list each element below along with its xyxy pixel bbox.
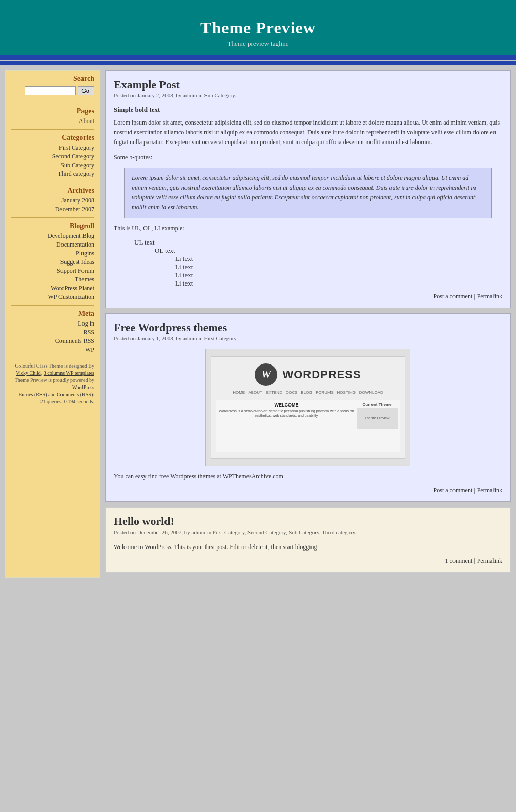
list-item: Development Blog — [11, 232, 94, 240]
list-item: RSS — [11, 329, 94, 336]
meta-link-login[interactable]: Log in — [78, 320, 94, 327]
divider-footer — [11, 358, 94, 358]
footer-link-comments-rss2[interactable]: Comments (RSS) — [57, 392, 93, 397]
archive-link-jan2008[interactable]: January 2008 — [61, 197, 94, 204]
wp-inner: W WORDPRESS HOME ABOUT EXTEND DOCS BLOG … — [211, 356, 405, 459]
main-content: Example Post Posted on January 2, 2008, … — [105, 70, 511, 578]
blogroll-link-wpcustom[interactable]: WP Customization — [48, 293, 94, 300]
post-title: Hello world! — [114, 515, 502, 528]
nav-bar — [0, 61, 516, 65]
post-permalink[interactable]: Permalink — [477, 486, 502, 494]
page-link-about[interactable]: About — [79, 117, 94, 125]
footer-link-3col[interactable]: 3 columns WP templates — [44, 370, 94, 376]
blogroll-link-docs[interactable]: Documentation — [56, 241, 94, 248]
post-meta: Posted on January 2, 2008, by admin in S… — [114, 92, 502, 98]
categories-section-title: Categories — [11, 134, 94, 142]
li-container: Li text Li text Li text Li text — [175, 255, 502, 288]
wp-right-col: Current Theme Theme Preview — [357, 402, 398, 430]
list-item: First Category — [11, 144, 94, 152]
archive-link-dec2007[interactable]: December 2007 — [55, 206, 94, 213]
divider-pages — [11, 103, 94, 103]
post-meta: Posted on January 1, 2008, by admin in F… — [114, 335, 502, 341]
footer-link-wordpress[interactable]: WordPress — [72, 384, 94, 390]
list-container: UL text OL text Li text Li text Li text … — [134, 238, 502, 288]
post-footer: 1 comment | Permalink — [114, 557, 502, 565]
post-permalink[interactable]: Permalink — [477, 293, 502, 300]
wp-left-col: WELCOME WordPress is a state-of-the-art … — [218, 402, 357, 419]
list-item: WordPress Planet — [11, 285, 94, 292]
footer-text-1: Colourful Class Theme is designed By — [15, 363, 94, 369]
blogroll-link-devblog[interactable]: Development Blog — [48, 232, 94, 239]
list-item: Log in — [11, 320, 94, 328]
li-text-1: Li text — [175, 255, 193, 262]
ul-text: UL text — [134, 238, 155, 246]
blogroll-section-title: Blogroll — [11, 222, 94, 230]
categories-list: First Category Second Category Sub Categ… — [11, 144, 94, 178]
list-item: WP — [11, 346, 94, 354]
footer-link-entries-rss[interactable]: Entries (RSS) — [18, 392, 47, 397]
ul-label: This is UL, OL, LI example: — [114, 224, 502, 233]
archives-list: January 2008 December 2007 — [11, 197, 94, 213]
post-comment-link[interactable]: 1 comment — [445, 557, 473, 564]
post-example: Example Post Posted on January 2, 2008, … — [105, 70, 511, 308]
ol-container: OL text Li text Li text Li text Li text — [155, 247, 502, 288]
post-bold-label: Simple bold text — [114, 106, 502, 114]
category-link-sub[interactable]: Sub Category — [60, 161, 94, 169]
post-footer: Post a comment | Permalink — [114, 486, 502, 494]
post-comment-link[interactable]: Post a comment — [434, 293, 473, 300]
category-link-second[interactable]: Second Category — [52, 153, 94, 160]
post-blockquote: Lorem ipsum dolor sit amet, consectetur … — [124, 168, 492, 218]
wp-welcome: WELCOME — [218, 402, 355, 408]
sidebar-footer-text: Colourful Class Theme is designed By Vic… — [11, 362, 94, 405]
wp-desc: WordPress is a state-of-the-art semantic… — [218, 409, 355, 419]
post-permalink[interactable]: Permalink — [477, 557, 502, 564]
divider-blogroll — [11, 217, 94, 218]
meta-list: Log in RSS Comments RSS WP — [11, 320, 94, 354]
list-item: Sub Category — [11, 161, 94, 169]
bquotes-label: Some b-quotes: — [114, 153, 502, 163]
meta-link-rss[interactable]: RSS — [84, 329, 94, 336]
blogroll-link-suggest[interactable]: Suggest Ideas — [60, 258, 94, 266]
divider-categories — [11, 129, 94, 130]
pages-list: About — [11, 117, 94, 125]
list-item: Themes — [11, 276, 94, 283]
category-link-first[interactable]: First Category — [59, 144, 94, 151]
post-free-themes: Free Wordpress themes Posted on January … — [105, 313, 511, 502]
wp-logo-row: W WORDPRESS — [255, 363, 361, 386]
footer-link-vicky[interactable]: Vicky Child — [16, 370, 41, 376]
post-comment-link[interactable]: Post a comment — [434, 486, 473, 494]
blogroll-link-wpplanet[interactable]: WordPress Planet — [51, 285, 94, 292]
blogroll-link-support[interactable]: Support Forum — [57, 267, 94, 274]
list-item: Plugins — [11, 250, 94, 257]
post-title: Free Wordpress themes — [114, 321, 502, 334]
list-item: Documentation — [11, 241, 94, 249]
post-footer: Post a comment | Permalink — [114, 293, 502, 300]
page-wrapper: Search Go! Pages About Categories First … — [0, 65, 516, 583]
pages-section-title: Pages — [11, 107, 94, 115]
meta-link-comments-rss[interactable]: Comments RSS — [55, 337, 94, 344]
archives-section-title: Archives — [11, 187, 94, 195]
search-box: Go! — [11, 86, 94, 95]
post-paragraph: You can easy find free Wordpress themes … — [114, 472, 502, 481]
category-link-third[interactable]: Third category — [58, 170, 94, 177]
blogroll-link-themes[interactable]: Themes — [75, 276, 94, 283]
list-item: Second Category — [11, 153, 94, 160]
search-input[interactable] — [25, 86, 76, 95]
sidebar: Search Go! Pages About Categories First … — [5, 70, 100, 578]
site-tagline: Theme preview tagline — [0, 39, 516, 48]
post-paragraph: Lorem ipsum dolor sit amet, consectetur … — [114, 118, 502, 148]
post-paragraph: Welcome to WordPress. This is your first… — [114, 542, 502, 552]
search-section-title: Search — [11, 75, 94, 83]
blogroll-link-plugins[interactable]: Plugins — [76, 250, 94, 257]
post-title: Example Post — [114, 78, 502, 91]
wp-nav-bar: HOME ABOUT EXTEND DOCS BLOG FORUMS HOSTI… — [216, 390, 400, 397]
divider-archives — [11, 182, 94, 182]
meta-link-wp[interactable]: WP — [85, 346, 94, 353]
search-button[interactable]: Go! — [78, 86, 94, 95]
list-item: January 2008 — [11, 197, 94, 205]
list-item: December 2007 — [11, 206, 94, 213]
footer-text-2: Theme Preview is proudly powered by — [15, 377, 94, 383]
li-text-3: Li text — [175, 271, 193, 279]
wp-content-area: WELCOME WordPress is a state-of-the-art … — [216, 400, 400, 452]
site-title: Theme Preview — [0, 18, 516, 37]
